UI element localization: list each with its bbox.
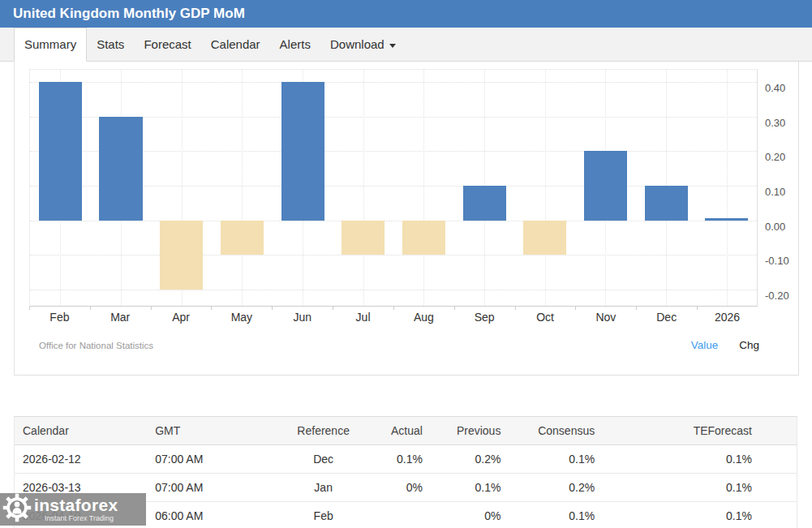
bar-slot-dec [636,70,697,306]
tab-calendar[interactable]: Calendar [201,28,270,61]
bar-slot-2026 [696,70,757,306]
tab-summary[interactable]: Summary [14,28,87,62]
x-label-mar: Mar [90,307,151,328]
y-axis: 0.400.300.200.100.00-0.10-0.20 [758,69,798,307]
col-header-calendar: Calendar [15,417,156,445]
table-cell: 0.1% [429,474,508,502]
bar-slot-mar [91,70,152,306]
y-tick-label: -0.10 [765,255,789,267]
legend-value[interactable]: Value [691,339,719,351]
bar-oct[interactable] [523,221,566,255]
vertical-gridline [363,70,364,306]
table-cell: 0% [429,502,508,528]
chart-panel: 0.400.300.200.100.00-0.10-0.20 FebMarApr… [14,62,799,376]
vertical-gridline [545,70,546,306]
table-header-row: CalendarGMTReferenceActualPreviousConsen… [15,417,797,445]
instaforex-wordmark: instaforex Instant Forex Trading [34,496,118,522]
bar-nov[interactable] [584,151,627,220]
col-header-teforecast: TEForecast [601,417,797,445]
watermark-tagline: Instant Forex Trading [45,515,118,522]
tab-stats[interactable]: Stats [87,28,134,61]
bar-slot-feb [30,70,91,306]
col-header-actual: Actual [367,417,429,445]
bar-slot-jun [273,70,333,306]
col-header-previous: Previous [429,417,508,445]
x-label-aug: Aug [393,307,454,328]
table-cell: 0.2% [507,474,601,502]
table-cell: Feb [281,502,367,528]
bar-jun[interactable] [281,82,324,221]
x-tick [697,307,698,310]
x-tick [454,307,455,310]
legend-chg[interactable]: Chg [739,339,759,351]
table-cell: 07:00 AM [155,445,280,474]
table-cell: 0.1% [601,474,797,502]
plot-area [29,69,758,307]
tab-label: Download [330,37,385,51]
bar-dec[interactable] [645,186,688,221]
table-cell: 0.1% [507,445,601,474]
window-title: United Kingdom Monthly GDP MoM [0,0,812,28]
tab-label: Stats [97,37,124,51]
table-cell [367,502,429,528]
table-head: CalendarGMTReferenceActualPreviousConsen… [15,417,797,445]
bar-apr[interactable] [160,221,203,290]
col-header-reference: Reference [281,417,367,445]
spacer [0,376,812,416]
tab-forecast[interactable]: Forecast [134,28,200,61]
x-tick [272,307,273,310]
x-tick [393,307,394,310]
instaforex-watermark: instaforex Instant Forex Trading [0,493,146,526]
vertical-gridline [242,70,243,306]
bar-jul[interactable] [342,221,385,255]
tab-label: Forecast [144,37,191,51]
x-label-jun: Jun [272,307,333,328]
x-label-dec: Dec [636,307,697,328]
table-cell: 0.2% [429,445,508,474]
bar-slot-oct [514,70,575,306]
y-tick-label: -0.20 [765,290,789,302]
table-row: 2026-02-1207:00 AMDec0.1%0.2%0.1%0.1% [15,445,797,474]
instaforex-gear-icon [2,493,32,526]
x-tick [636,307,637,310]
x-tick [211,307,212,310]
chart-source: Office for National Statistics [39,341,153,350]
tab-label: Summary [24,37,76,51]
x-label-sep: Sep [454,307,515,328]
bar-2026[interactable] [705,218,748,221]
bar-slot-sep [454,70,515,306]
tab-alerts[interactable]: Alerts [270,28,320,61]
watermark-brand: instaforex [34,496,118,513]
bar-sep[interactable] [463,186,506,221]
y-tick-label: 0.00 [765,221,785,233]
tab-download[interactable]: Download [320,28,406,61]
x-axis: FebMarAprMayJunJulAugSepOctNovDec2026 [29,307,758,328]
bar-feb[interactable] [39,82,82,221]
table-cell: 06:00 AM [155,502,280,528]
y-tick-label: 0.40 [765,82,785,94]
col-header-consensus: Consensus [507,417,601,445]
tab-label: Calendar [211,37,260,51]
bar-slot-may [212,70,273,306]
table-cell: Dec [281,445,367,474]
gridline [30,221,757,221]
x-tick [29,307,30,310]
gridline [30,82,757,83]
x-tick [90,307,91,310]
x-label-nov: Nov [575,307,636,328]
table-cell: 0.1% [367,445,429,474]
gridline [30,290,757,290]
bar-slot-apr [151,70,212,306]
x-tick [575,307,576,310]
bar-may[interactable] [221,221,264,255]
chart-footer: Office for National Statistics ValueChg [15,339,798,351]
bar-aug[interactable] [402,221,445,255]
vertical-gridline [423,70,424,306]
x-tick [515,307,516,310]
bar-slot-aug [393,70,454,306]
x-label-jul: Jul [333,307,393,328]
x-label-apr: Apr [151,307,212,328]
y-tick-label: 0.10 [765,186,785,198]
bar-mar[interactable] [99,117,142,221]
x-label-oct: Oct [515,307,576,328]
